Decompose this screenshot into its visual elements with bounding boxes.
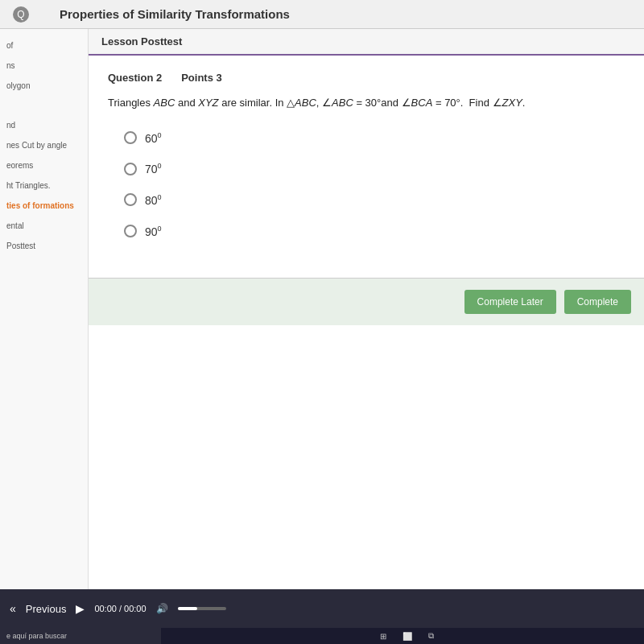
action-bar: Complete Later Complete <box>89 278 644 325</box>
complete-later-button[interactable]: Complete Later <box>464 290 556 314</box>
answer-option-90[interactable]: 900 <box>124 225 625 238</box>
sidebar-item-4[interactable] <box>0 105 88 115</box>
radio-60[interactable] <box>124 131 137 144</box>
answer-option-80[interactable]: 800 <box>124 193 625 207</box>
answer-label-70: 700 <box>145 162 162 175</box>
answer-options: 600700800900 <box>124 131 625 238</box>
lesson-posttest-label: Lesson Posttest <box>101 35 182 47</box>
radio-80[interactable] <box>124 193 137 206</box>
sidebar-item-10[interactable]: ental <box>0 216 88 236</box>
main-layout: ofnsolygonndnes Cut by angleeoremsht Tri… <box>0 29 644 589</box>
sidebar-item-5[interactable]: nd <box>0 115 88 135</box>
bottom-nav: « Previous ▶ 00:00 / 00:00 🔊 <box>0 589 644 628</box>
sidebar-item-9[interactable]: ties of formations <box>0 196 88 216</box>
search-icon[interactable]: Q <box>13 6 29 23</box>
sidebar-item-8[interactable]: ht Triangles. <box>0 175 88 196</box>
taskbar-task-view-icon[interactable]: ⧉ <box>428 631 434 641</box>
previous-button[interactable]: Previous <box>26 603 67 615</box>
question-text: Triangles ABC and XYZ are similar. In △A… <box>108 95 625 112</box>
question-meta: Question 2 Points 3 <box>108 72 625 84</box>
answer-option-60[interactable]: 600 <box>124 131 625 145</box>
main-content: Lesson Posttest Question 2 Points 3 Tria… <box>89 29 644 589</box>
sidebar-item-2[interactable]: olygon <box>0 76 88 96</box>
question-number: Question 2 <box>108 72 162 84</box>
taskbar-search-icon[interactable]: ⬜ <box>402 632 412 641</box>
previous-label: Previous <box>26 603 67 615</box>
progress-bar-fill <box>178 607 197 610</box>
page-title: Properties of Similarity Transformations <box>60 7 290 21</box>
taskbar-windows-icon[interactable]: ⊞ <box>380 632 386 641</box>
question-area: Question 2 Points 3 Triangles ABC and XY… <box>89 56 644 278</box>
progress-bar <box>178 607 226 610</box>
time-display: 00:00 / 00:00 <box>94 604 146 613</box>
top-bar: Q Properties of Similarity Transformatio… <box>0 0 644 29</box>
taskbar-search-text: e aquí para buscar <box>6 632 67 640</box>
sidebar-item-1[interactable]: ns <box>0 56 88 76</box>
complete-button[interactable]: Complete <box>564 290 631 314</box>
radio-70[interactable] <box>124 163 137 175</box>
sidebar-item-7[interactable]: eorems <box>0 155 88 175</box>
taskbar: e aquí para buscar ⊞ ⬜ ⧉ <box>0 628 644 644</box>
sidebar-item-11[interactable]: Posttest <box>0 236 88 256</box>
chevron-left-icon: « <box>10 602 16 615</box>
volume-icon[interactable]: 🔊 <box>156 603 168 614</box>
play-icon[interactable]: ▶ <box>76 602 85 615</box>
sidebar-item-6[interactable]: nes Cut by angle <box>0 135 88 155</box>
answer-label-60: 600 <box>145 131 162 145</box>
question-points: Points 3 <box>181 72 222 84</box>
sidebar: ofnsolygonndnes Cut by angleeoremsht Tri… <box>0 29 89 589</box>
radio-90[interactable] <box>124 225 137 237</box>
taskbar-search-bar[interactable]: e aquí para buscar <box>0 628 161 644</box>
sidebar-item-0[interactable]: of <box>0 35 88 56</box>
answer-label-80: 800 <box>145 193 162 207</box>
answer-label-90: 900 <box>145 225 162 238</box>
answer-option-70[interactable]: 700 <box>124 162 625 175</box>
sidebar-item-3[interactable] <box>0 96 88 105</box>
lesson-posttest-header: Lesson Posttest <box>89 29 644 56</box>
